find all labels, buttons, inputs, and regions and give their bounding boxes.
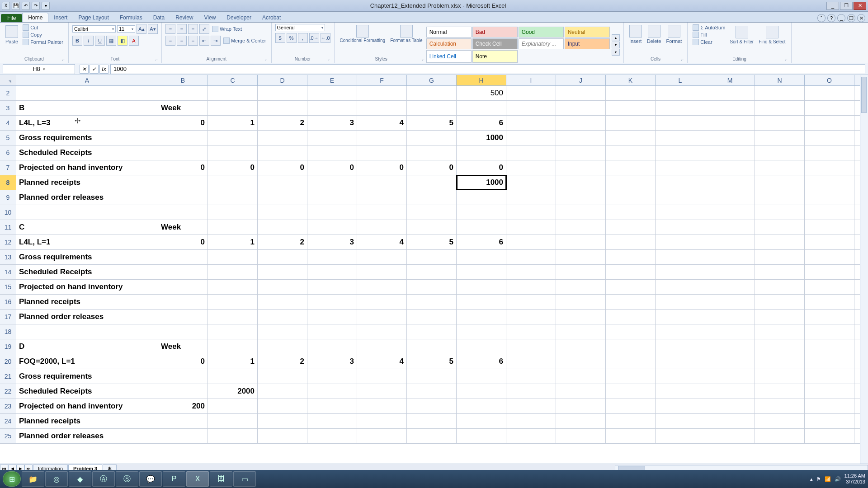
cell-K21[interactable]: [606, 369, 656, 384]
cell-G7[interactable]: 0: [407, 160, 457, 175]
sort-filter-button[interactable]: Sort & Filter: [728, 25, 755, 45]
cell-D14[interactable]: [258, 265, 307, 279]
cell-J8[interactable]: [556, 175, 606, 190]
cell-B20[interactable]: 0: [158, 354, 208, 369]
cell-M4[interactable]: [705, 116, 755, 130]
row-header-19[interactable]: 19: [0, 339, 16, 354]
cell-H7[interactable]: 0: [457, 160, 506, 175]
start-button[interactable]: ⊞: [3, 471, 21, 487]
increase-decimal-icon[interactable]: .0→: [309, 33, 319, 43]
cell-K4[interactable]: [606, 116, 656, 130]
cell-D12[interactable]: 2: [258, 235, 307, 249]
cell-B13[interactable]: [158, 250, 208, 264]
cell-O9[interactable]: [805, 190, 854, 205]
cell-I22[interactable]: [506, 384, 556, 399]
cell-D18[interactable]: [258, 324, 307, 339]
cell-O17[interactable]: [805, 310, 854, 324]
column-header-J[interactable]: J: [556, 75, 606, 85]
row-header-14[interactable]: 14: [0, 265, 16, 279]
cell-N13[interactable]: [755, 250, 805, 264]
cell-N6[interactable]: [755, 145, 805, 160]
cell-G9[interactable]: [407, 190, 457, 205]
tray-flag-icon[interactable]: ⚑: [816, 476, 821, 482]
cell-C23[interactable]: [208, 399, 258, 413]
cell-M22[interactable]: [705, 384, 755, 399]
cell-G14[interactable]: [407, 265, 457, 279]
increase-indent-icon[interactable]: ⇥: [211, 36, 221, 46]
cell-C13[interactable]: [208, 250, 258, 264]
cell-B10[interactable]: [158, 205, 208, 220]
cell-M7[interactable]: [705, 160, 755, 175]
column-header-M[interactable]: M: [705, 75, 755, 85]
cell-H13[interactable]: [457, 250, 506, 264]
cell-D23[interactable]: [258, 399, 307, 413]
cell-L11[interactable]: [656, 220, 705, 235]
style-normal[interactable]: Normal: [426, 27, 472, 38]
enter-formula-icon[interactable]: ✓: [90, 65, 99, 74]
taskbar-excel-icon[interactable]: X: [186, 471, 209, 487]
cell-M6[interactable]: [705, 145, 755, 160]
cell-G12[interactable]: 5: [407, 235, 457, 249]
column-header-A[interactable]: A: [16, 75, 158, 85]
cell-M18[interactable]: [705, 324, 755, 339]
orientation-icon[interactable]: ⤢: [199, 24, 209, 34]
cell-A3[interactable]: B: [16, 101, 158, 115]
tab-review[interactable]: Review: [170, 13, 198, 22]
cell-H20[interactable]: 6: [457, 354, 506, 369]
cell-K16[interactable]: [606, 295, 656, 309]
cell-E12[interactable]: 3: [307, 235, 357, 249]
cell-F3[interactable]: [357, 101, 407, 115]
cell-O11[interactable]: [805, 220, 854, 235]
cell-J7[interactable]: [556, 160, 606, 175]
cell-B12[interactable]: 0: [158, 235, 208, 249]
column-header-D[interactable]: D: [258, 75, 307, 85]
insert-function-icon[interactable]: fx: [99, 65, 108, 74]
cell-O24[interactable]: [805, 414, 854, 428]
row-header-12[interactable]: 12: [0, 235, 16, 249]
cell-B24[interactable]: [158, 414, 208, 428]
cell-L5[interactable]: [656, 131, 705, 145]
cell-L8[interactable]: [656, 175, 705, 190]
cell-G25[interactable]: [407, 429, 457, 443]
cell-C12[interactable]: 1: [208, 235, 258, 249]
cell-N23[interactable]: [755, 399, 805, 413]
cell-K19[interactable]: [606, 339, 656, 354]
cell-D15[interactable]: [258, 280, 307, 294]
cell-H24[interactable]: [457, 414, 506, 428]
cell-C17[interactable]: [208, 310, 258, 324]
style-scroll-down-icon[interactable]: ▾: [612, 42, 620, 48]
save-icon[interactable]: 💾: [12, 2, 20, 10]
cell-H10[interactable]: [457, 205, 506, 220]
cell-G11[interactable]: [407, 220, 457, 235]
cell-A11[interactable]: C: [16, 220, 158, 235]
cell-J19[interactable]: [556, 339, 606, 354]
cell-O6[interactable]: [805, 145, 854, 160]
cell-A9[interactable]: Planned order releases: [16, 190, 158, 205]
row-header-13[interactable]: 13: [0, 250, 16, 264]
cell-D11[interactable]: [258, 220, 307, 235]
cell-B19[interactable]: Week: [158, 339, 208, 354]
cell-L21[interactable]: [656, 369, 705, 384]
cell-I4[interactable]: [506, 116, 556, 130]
tab-insert[interactable]: Insert: [48, 13, 73, 22]
cancel-formula-icon[interactable]: ✕: [80, 65, 89, 74]
cell-E25[interactable]: [307, 429, 357, 443]
row-header-18[interactable]: 18: [0, 324, 16, 339]
cell-I5[interactable]: [506, 131, 556, 145]
tray-up-icon[interactable]: ▴: [810, 476, 813, 482]
align-right-icon[interactable]: ≡: [188, 36, 198, 46]
cell-G10[interactable]: [407, 205, 457, 220]
cell-G18[interactable]: [407, 324, 457, 339]
cell-E22[interactable]: [307, 384, 357, 399]
tab-file[interactable]: File: [1, 14, 22, 22]
cell-D22[interactable]: [258, 384, 307, 399]
cell-F14[interactable]: [357, 265, 407, 279]
cell-N16[interactable]: [755, 295, 805, 309]
cell-O18[interactable]: [805, 324, 854, 339]
cell-G19[interactable]: [407, 339, 457, 354]
cell-I16[interactable]: [506, 295, 556, 309]
cell-M19[interactable]: [705, 339, 755, 354]
cell-J3[interactable]: [556, 101, 606, 115]
cell-C6[interactable]: [208, 145, 258, 160]
cell-J20[interactable]: [556, 354, 606, 369]
